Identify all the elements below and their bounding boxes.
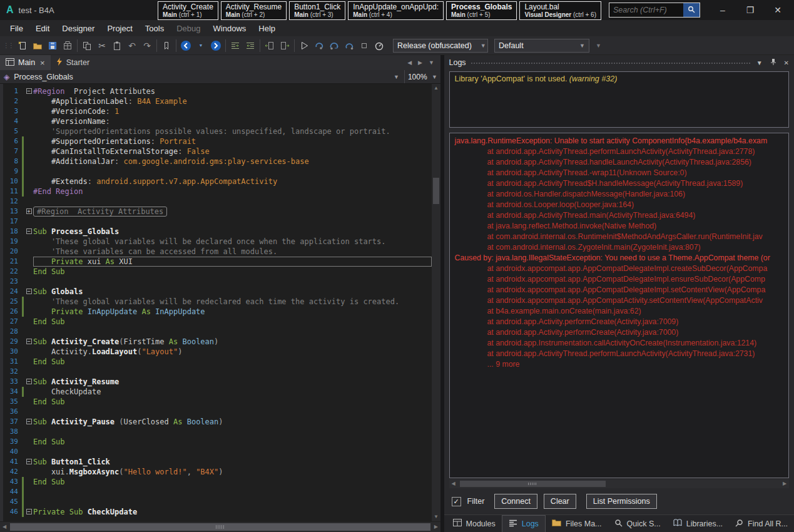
- menu-windows[interactable]: Windows: [207, 21, 253, 36]
- list-permissions-button[interactable]: List Permissions: [586, 494, 657, 509]
- fold-box[interactable]: +: [26, 208, 32, 214]
- timer-icon[interactable]: [372, 38, 387, 53]
- editor-vertical-scrollbar[interactable]: ▲ ▼: [432, 84, 440, 521]
- logs-drag-grip[interactable]: [471, 63, 750, 64]
- code-line[interactable]: 25 'These global variables will be redec…: [3, 297, 432, 307]
- code-line[interactable]: 26 Private InAppUpdate As InAppUpdate: [3, 307, 432, 317]
- code-line[interactable]: 37−Sub Activity_Pause (UserClosed As Boo…: [3, 417, 432, 427]
- bookmark-icon[interactable]: [159, 38, 174, 53]
- vertical-scroll-thumb[interactable]: [433, 178, 439, 204]
- quick-tab-activity-create[interactable]: Activity_CreateMain (ctrl + 1): [158, 1, 218, 20]
- fold-box[interactable]: −: [26, 228, 32, 234]
- code-line[interactable]: 41−Sub Button1_Click: [3, 457, 432, 467]
- code-line[interactable]: 31End Sub: [3, 357, 432, 367]
- copy-icon[interactable]: [79, 38, 94, 53]
- menu-help[interactable]: Help: [252, 21, 282, 36]
- fold-toggle-icon[interactable]: −: [24, 507, 33, 517]
- back-dropdown-icon[interactable]: ▼: [193, 38, 208, 53]
- forward-icon[interactable]: [208, 38, 223, 53]
- undo-icon[interactable]: ↶: [125, 38, 140, 53]
- close-button[interactable]: ✕: [764, 5, 791, 15]
- run-icon[interactable]: [297, 38, 312, 53]
- quick-tab-button1-click[interactable]: Button1_ClickMain (ctrl + 3): [289, 1, 345, 20]
- code-line[interactable]: 18−Sub Process_Globals: [3, 227, 432, 237]
- tabs-list-icon[interactable]: ▼: [429, 59, 434, 66]
- code-line[interactable]: 32: [3, 367, 432, 377]
- code-line[interactable]: 19 'These global variables will be decla…: [3, 237, 432, 247]
- tabs-scroll-right-icon[interactable]: ▶: [418, 59, 422, 66]
- collapsed-region-box[interactable]: #Region Activity Attributes: [33, 207, 167, 217]
- fold-toggle-icon[interactable]: −: [24, 377, 33, 387]
- export-icon[interactable]: [60, 38, 75, 53]
- fold-box[interactable]: −: [26, 419, 32, 424]
- cut-icon[interactable]: ✂: [94, 38, 109, 53]
- tab-main[interactable]: Main×: [0, 55, 51, 70]
- code-line[interactable]: 10 #Extends: android.support.v7.app.AppC…: [3, 176, 432, 187]
- logs-horizontal-scrollbar[interactable]: ◀ ▶: [449, 479, 789, 488]
- clear-button[interactable]: Clear: [544, 494, 576, 509]
- log-error-box[interactable]: java.lang.RuntimeException: Unable to st…: [449, 133, 789, 478]
- scroll-down-icon[interactable]: ▼: [432, 513, 440, 521]
- scroll-left-icon[interactable]: ◀: [449, 479, 458, 488]
- bottom-tab-modules[interactable]: Modules: [447, 515, 502, 532]
- code-line[interactable]: 35End Sub: [3, 397, 432, 407]
- menu-edit[interactable]: Edit: [29, 21, 56, 36]
- bottom-tab-logs[interactable]: Logs: [502, 515, 546, 532]
- code-line[interactable]: 43End Sub: [3, 477, 432, 487]
- code-line[interactable]: 39End Sub: [3, 437, 432, 447]
- step-into-icon[interactable]: [312, 38, 327, 53]
- tab-close-icon[interactable]: ×: [40, 58, 45, 68]
- filter-checkbox[interactable]: ✓: [452, 497, 461, 506]
- code-line[interactable]: 44: [3, 487, 432, 497]
- code-line[interactable]: 5 'SupportedOrientations possible values…: [3, 126, 432, 136]
- fold-toggle-icon[interactable]: +: [24, 207, 33, 217]
- fold-box[interactable]: −: [26, 379, 32, 384]
- step-over-icon[interactable]: [327, 38, 342, 53]
- code-line[interactable]: 23: [3, 277, 432, 287]
- code-line[interactable]: 6 #SupportedOrientations: Portrait: [3, 136, 432, 146]
- quick-tab-layout-bal[interactable]: Layout.balVisual Designer (ctrl + 6): [519, 1, 601, 20]
- code-line[interactable]: 38: [3, 427, 432, 437]
- menu-designer[interactable]: Designer: [56, 21, 101, 36]
- minimize-button[interactable]: –: [709, 5, 736, 15]
- quick-tab-inappupdate-onappupd-[interactable]: InAppUpdate_onAppUpd:Main (ctrl + 4): [348, 1, 444, 20]
- fold-box[interactable]: −: [26, 459, 32, 464]
- maximize-button[interactable]: ❐: [736, 5, 764, 15]
- editor-zoom-select[interactable]: 100% ▼: [404, 70, 440, 83]
- code-line[interactable]: 22End Sub: [3, 267, 432, 277]
- search-input[interactable]: [609, 3, 683, 17]
- step-out-icon[interactable]: [342, 38, 357, 53]
- scroll-up-icon[interactable]: ▲: [432, 84, 440, 93]
- code-line[interactable]: 4 #VersionName:: [3, 116, 432, 126]
- code-line[interactable]: 42 xui.MsgboxAsync("Hello world!", "B4X"…: [3, 467, 432, 477]
- stop-icon[interactable]: [357, 38, 372, 53]
- menu-project[interactable]: Project: [101, 21, 138, 36]
- fold-box[interactable]: −: [26, 339, 32, 344]
- code-line[interactable]: 20 'These variables can be accessed from…: [3, 247, 432, 257]
- fold-toggle-icon[interactable]: −: [24, 457, 33, 467]
- connect-button[interactable]: Connect: [494, 494, 537, 509]
- shift-right-icon[interactable]: [277, 38, 292, 53]
- code-line[interactable]: 1−#Region Project Attributes: [3, 86, 432, 96]
- scroll-right-icon[interactable]: ▶: [780, 479, 789, 488]
- bottom-tab-files-ma-[interactable]: Files Ma...: [546, 515, 608, 532]
- fold-toggle-icon[interactable]: −: [24, 287, 33, 297]
- code-line[interactable]: 29−Sub Activity_Create(FirstTime As Bool…: [3, 337, 432, 347]
- code-line[interactable]: 46−Private Sub CheckUpdate: [3, 507, 432, 517]
- code-line[interactable]: 8 #AdditionalJar: com.google.android.gms…: [3, 156, 432, 166]
- code-line[interactable]: 36: [3, 407, 432, 417]
- code-line[interactable]: 24−Sub Globals: [3, 287, 432, 297]
- logs-scroll-thumb[interactable]: [460, 481, 606, 487]
- paste-icon[interactable]: [109, 38, 125, 53]
- bottom-tab-find-all-r-[interactable]: Find All R...: [729, 515, 794, 532]
- quick-tab-process-globals[interactable]: Process_GlobalsMain (ctrl + 5): [446, 1, 517, 20]
- new-project-icon[interactable]: [15, 38, 30, 53]
- fold-toggle-icon[interactable]: −: [24, 337, 33, 347]
- code-line[interactable]: 7 #CanInstallToExternalStorage: False: [3, 146, 432, 156]
- fold-box[interactable]: −: [26, 88, 32, 94]
- pin-icon[interactable]: [770, 58, 776, 67]
- build-flavor-select[interactable]: Default ▼: [494, 39, 589, 53]
- fold-toggle-icon[interactable]: −: [24, 227, 33, 237]
- open-project-icon[interactable]: [30, 38, 45, 53]
- bottom-tab-libraries-[interactable]: Libraries...: [667, 515, 729, 532]
